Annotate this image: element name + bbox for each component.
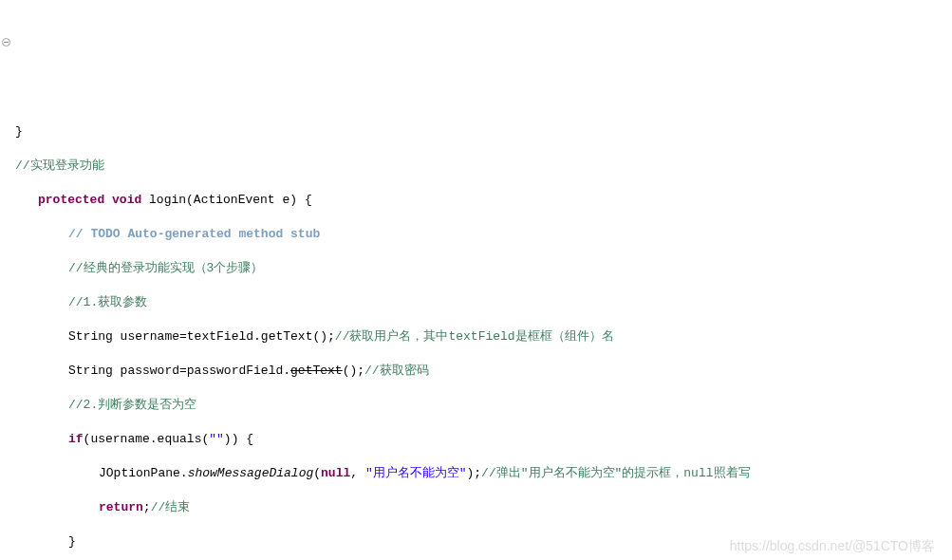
- code-line: protected void login(ActionEvent e) {: [0, 192, 952, 209]
- code-line: //经典的登录功能实现（3个步骤）: [0, 260, 952, 277]
- code-line: //1.获取参数: [0, 294, 952, 311]
- code-line: // TODO Auto-generated method stub: [0, 226, 952, 243]
- code-line: return;//结束: [0, 499, 952, 516]
- code-line: JOptionPane.showMessageDialog(null, "用户名…: [0, 465, 952, 482]
- fold-marker[interactable]: [2, 38, 10, 47]
- code-editor[interactable]: } //实现登录功能 protected void login(ActionEv…: [0, 106, 952, 560]
- code-line: }: [0, 533, 952, 551]
- code-line: //2.判断参数是否为空: [0, 397, 952, 414]
- code-line: String username=textField.getText();//获取…: [0, 328, 952, 345]
- code-line: if(username.equals("")) {: [0, 431, 952, 448]
- code-line: String password=passwordField.getText();…: [0, 363, 952, 380]
- code-line: }: [0, 123, 952, 140]
- code-line: //实现登录功能: [0, 158, 952, 175]
